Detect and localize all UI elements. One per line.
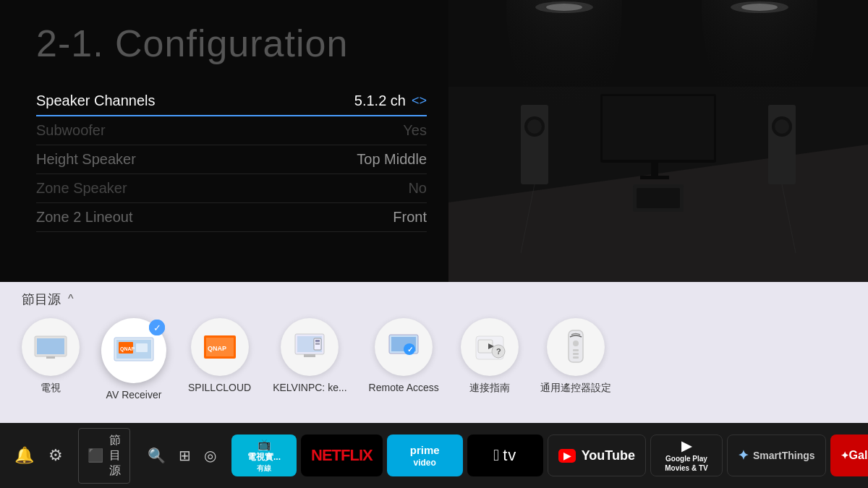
config-value-speaker: 5.1.2 ch <> xyxy=(354,93,427,109)
prime-label: prime xyxy=(410,444,440,456)
svg-text:?: ? xyxy=(496,347,501,356)
config-label-height: Height Speaker xyxy=(36,151,136,168)
app-smartthings[interactable]: ✦ SmartThings xyxy=(727,435,826,476)
smartthings-icon: ✦ xyxy=(738,448,749,463)
source-icon-kelvinpc xyxy=(281,318,339,376)
config-row-subwoofer[interactable]: Subwoofer Yes xyxy=(36,116,427,145)
galleria-label: Gall xyxy=(849,449,868,462)
tv-icon xyxy=(33,335,68,359)
config-value-sub: Yes xyxy=(403,122,427,139)
config-row-zone-speaker[interactable]: Zone Speaker No xyxy=(36,174,427,203)
grid-icon[interactable]: ⊞ xyxy=(179,447,191,464)
svg-rect-51 xyxy=(573,349,579,351)
svg-point-15 xyxy=(527,119,542,134)
prime-sublabel: video xyxy=(414,458,436,468)
google-play-icon: ▶ xyxy=(681,438,692,454)
room-scene xyxy=(448,0,868,282)
youtube-play-icon: ▶ xyxy=(558,449,576,463)
svg-rect-53 xyxy=(573,356,579,359)
source-section: 節目源 ^ 電視 ✓ QN xyxy=(0,282,868,423)
settings-icon[interactable]: ⚙ xyxy=(48,446,63,465)
source-items: 電視 ✓ QNAP AV Receiver xyxy=(22,318,846,401)
config-value-zone2: Front xyxy=(393,209,427,226)
source-button-label: 節目源 xyxy=(109,433,121,479)
source-item-kelvinpc[interactable]: KELVINPC: ke... xyxy=(273,318,346,393)
app-google-play[interactable]: ▶ Google PlayMovies & TV xyxy=(650,435,723,476)
app-galleria[interactable]: ✦ Gall xyxy=(830,435,868,476)
source-label-spillcloud: SPILLCLOUD xyxy=(188,382,251,393)
galleria-icon: ✦ xyxy=(841,450,849,461)
appletv-label: tv xyxy=(503,446,516,465)
source-label-av: AV Receiver xyxy=(106,389,162,401)
svg-rect-24 xyxy=(37,338,64,354)
chevron-icon: <> xyxy=(412,93,427,108)
page-title: 2-1. Configuration xyxy=(36,22,427,65)
config-row-speaker-channels[interactable]: Speaker Channels 5.1.2 ch <> xyxy=(36,87,427,116)
svg-point-18 xyxy=(775,119,789,134)
source-header: 節目源 ^ xyxy=(22,291,846,308)
source-label-connect-guide: 連接指南 xyxy=(469,382,510,395)
taskbar-apps: 📺 電視實... 有線 NETFLIX prime video  tv ▶ Y… xyxy=(231,435,868,476)
app-netflix[interactable]: NETFLIX xyxy=(301,435,383,476)
kelvinpc-icon xyxy=(294,333,326,361)
taskbar: 🔔 ⚙ ⬛ 節目源 🔍 ⊞ ◎ 📺 電視實... 有線 NETFLIX prim… xyxy=(0,423,868,488)
svg-rect-11 xyxy=(651,163,658,176)
config-value-zone: No xyxy=(408,180,427,197)
source-item-remote-access[interactable]: ✓ Remote Access xyxy=(369,318,439,393)
app-tv-sublabel: 有線 xyxy=(257,463,271,474)
source-label-universal-remote: 通用遙控器設定 xyxy=(540,382,611,395)
source-item-connect-guide[interactable]: ? 連接指南 xyxy=(461,318,519,395)
app-youtube[interactable]: ▶ YouTube xyxy=(548,435,646,476)
smartthings-label: SmartThings xyxy=(753,450,815,461)
source-item-av-receiver[interactable]: ✓ QNAP AV Receiver xyxy=(101,318,166,401)
source-item-universal-remote[interactable]: 通用遙控器設定 xyxy=(540,318,611,395)
svg-text:QNAP: QNAP xyxy=(208,345,226,352)
svg-text:QNAP: QNAP xyxy=(120,346,135,352)
svg-point-50 xyxy=(573,341,579,346)
source-label-tv: 電視 xyxy=(41,382,61,395)
top-section: 2-1. Configuration Speaker Channels 5.1.… xyxy=(0,0,868,282)
app-tv-label: 電視實... xyxy=(247,451,281,463)
svg-rect-25 xyxy=(46,356,55,359)
taskbar-source-button[interactable]: ⬛ 節目源 xyxy=(78,428,130,484)
config-value-height: Top Middle xyxy=(357,151,427,168)
netflix-label: NETFLIX xyxy=(311,446,373,465)
source-chevron-icon[interactable]: ^ xyxy=(68,293,74,306)
config-label-sub: Subwoofer xyxy=(36,122,106,139)
app-tv-live[interactable]: 📺 電視實... 有線 xyxy=(231,435,297,476)
bell-icon[interactable]: 🔔 xyxy=(14,446,34,465)
source-label-kelvinpc: KELVINPC: ke... xyxy=(273,382,346,393)
config-label-speaker: Speaker Channels xyxy=(36,93,156,109)
youtube-label: YouTube xyxy=(582,448,635,463)
source-label-remote-access: Remote Access xyxy=(369,382,439,393)
svg-rect-12 xyxy=(640,176,669,179)
spillcloud-icon: QNAP xyxy=(203,333,237,361)
config-table: Speaker Channels 5.1.2 ch <> Subwoofer Y… xyxy=(36,87,427,232)
taskbar-left: 🔔 ⚙ xyxy=(14,446,63,465)
taskbar-search-area: 🔍 ⊞ ◎ xyxy=(148,447,216,464)
app-prime-video[interactable]: prime video xyxy=(387,435,463,476)
source-enter-icon: ⬛ xyxy=(88,448,103,463)
source-icon-universal-remote xyxy=(547,318,605,376)
source-icon-av: ✓ QNAP xyxy=(101,318,166,383)
app-apple-tv[interactable]:  tv xyxy=(467,435,543,476)
svg-rect-39 xyxy=(315,343,320,345)
app-tv-icon: 📺 xyxy=(258,438,271,451)
universal-remote-icon xyxy=(562,329,590,365)
source-title: 節目源 xyxy=(22,291,61,308)
svg-rect-36 xyxy=(304,354,315,357)
av-icon: QNAP xyxy=(113,335,155,367)
config-row-zone2[interactable]: Zone 2 Lineout Front xyxy=(36,203,427,232)
svg-rect-20 xyxy=(637,188,680,208)
google-play-label: Google PlayMovies & TV xyxy=(665,454,707,473)
search-icon[interactable]: 🔍 xyxy=(148,447,166,464)
svg-rect-38 xyxy=(315,340,320,342)
source-item-tv[interactable]: 電視 xyxy=(22,318,80,395)
circle-icon[interactable]: ◎ xyxy=(204,447,216,464)
source-icon-remote-access: ✓ xyxy=(375,318,433,376)
svg-rect-30 xyxy=(136,343,148,352)
config-row-height-speaker[interactable]: Height Speaker Top Middle xyxy=(36,145,427,174)
svg-text:✓: ✓ xyxy=(407,346,413,354)
source-item-spillcloud[interactable]: QNAP SPILLCLOUD xyxy=(188,318,251,393)
connect-guide-icon: ? xyxy=(474,333,506,361)
